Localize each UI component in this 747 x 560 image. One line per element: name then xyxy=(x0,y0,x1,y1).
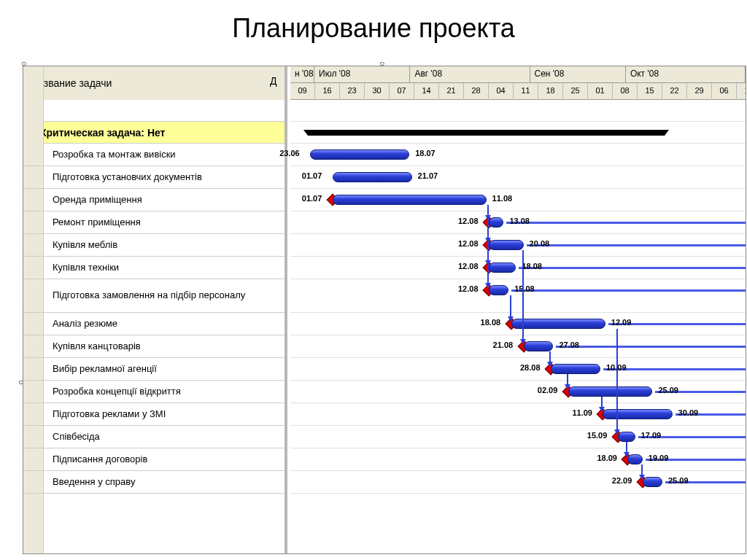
dependency-link xyxy=(522,250,524,340)
day-cell: 29 xyxy=(687,83,712,100)
task-name-label: Купівля меблів xyxy=(53,240,117,251)
task-end-label: 12.09 xyxy=(611,318,632,327)
dependency-link xyxy=(487,205,489,284)
task-bar[interactable] xyxy=(333,172,412,182)
task-row[interactable]: Розробка концепції відкриття xyxy=(23,381,285,403)
task-bar[interactable] xyxy=(627,454,642,464)
task-row[interactable]: Підготовка установчих документів xyxy=(23,166,285,189)
task-start-label: 23.06 xyxy=(279,149,300,158)
dependency-link xyxy=(510,295,511,317)
month-cell: Окт '08 xyxy=(626,66,746,82)
task-end-label: 18.07 xyxy=(415,149,436,158)
task-bar[interactable] xyxy=(489,217,503,228)
task-row[interactable]: Оренда приміщення xyxy=(23,189,285,211)
task-row[interactable]: Аналіз резюме xyxy=(23,313,285,335)
task-row[interactable]: Купівля меблів xyxy=(23,234,285,257)
task-row[interactable]: Співбесіда xyxy=(23,426,285,448)
task-bar[interactable] xyxy=(489,240,524,250)
day-cell: 22 xyxy=(662,83,687,100)
task-row[interactable]: Підписання договорів xyxy=(23,448,285,471)
gantt-chart-panel[interactable]: н '08Июл '08Авг '08Сен '08Окт '08 091623… xyxy=(290,66,746,553)
dependency-link xyxy=(567,374,568,385)
group-row-noncritical[interactable]: − Критическая задача: Нет xyxy=(23,122,285,144)
task-start-label: 22.09 xyxy=(612,476,632,485)
task-end-label: 30.09 xyxy=(678,408,699,417)
row-gutter xyxy=(23,313,44,335)
task-bar[interactable] xyxy=(551,364,600,374)
task-row[interactable]: Розробка та монтаж вивіски xyxy=(23,144,285,166)
task-name-label: Розробка концепції відкриття xyxy=(53,386,181,397)
task-row[interactable]: Підготовка замовлення на підбір персонал… xyxy=(23,279,285,313)
month-cell: Июл '08 xyxy=(314,66,410,82)
gantt-row: 12.0818.08 xyxy=(290,257,746,279)
task-bar[interactable] xyxy=(489,285,508,295)
gantt-row: 02.0925.09 xyxy=(290,381,746,403)
task-end-label: 25.09 xyxy=(658,386,678,394)
task-name-label: Підготовка замовлення на підбір персонал… xyxy=(53,290,245,301)
arrow-down-icon xyxy=(485,283,491,288)
day-cell: 30 xyxy=(365,83,390,100)
arrow-down-icon xyxy=(599,407,605,412)
arrow-down-icon xyxy=(624,452,630,457)
tracking-line xyxy=(506,222,746,224)
day-cell: 21 xyxy=(439,83,464,100)
task-start-label: 21.08 xyxy=(493,341,514,349)
task-row[interactable]: Введення у справу xyxy=(23,471,285,494)
gantt-row: 21.0827.08 xyxy=(290,335,746,358)
day-cell: 11 xyxy=(514,83,538,100)
month-cell: Авг '08 xyxy=(410,66,530,82)
day-cell: 08 xyxy=(613,83,638,100)
task-start-label: 12.08 xyxy=(458,284,479,293)
duration-header-label: Д xyxy=(270,75,280,87)
row-gutter xyxy=(23,335,44,357)
task-end-label: 25.09 xyxy=(668,476,689,485)
day-row: 0916233007142128041118250108152229061320… xyxy=(290,83,746,100)
row-gutter xyxy=(23,211,44,233)
gantt-body[interactable]: 23.0618.0701.0721.0701.0711.0812.0813.08… xyxy=(290,100,746,553)
msproject-window[interactable]: Название задачи Д − Критическая задача: … xyxy=(23,66,746,554)
day-cell: 23 xyxy=(340,83,365,100)
dependency-link xyxy=(641,464,643,475)
task-bar[interactable] xyxy=(618,432,635,442)
gantt-row: 11.0930.09 xyxy=(290,403,746,426)
arrow-down-icon xyxy=(565,384,570,389)
task-end-label: 13.08 xyxy=(509,217,530,225)
empty-row xyxy=(23,100,285,122)
task-start-label: 18.08 xyxy=(481,318,501,327)
task-row[interactable]: Купівля техніки xyxy=(23,257,285,279)
column-header-task-name[interactable]: Название задачи Д xyxy=(23,66,285,100)
task-bar[interactable] xyxy=(310,149,409,160)
day-cell: 13 xyxy=(737,83,746,100)
task-end-label: 18.08 xyxy=(522,262,542,271)
dependency-link xyxy=(616,329,618,430)
summary-bar[interactable] xyxy=(308,130,665,136)
day-cell: 04 xyxy=(489,83,514,100)
task-bar[interactable] xyxy=(511,319,605,329)
day-cell: 09 xyxy=(290,83,315,100)
row-gutter xyxy=(23,403,44,425)
task-bar[interactable] xyxy=(489,262,516,273)
row-gutter xyxy=(23,257,44,279)
task-bar[interactable] xyxy=(524,341,554,351)
task-row[interactable]: Підготовка реклами у ЗМІ xyxy=(23,403,285,426)
task-row[interactable]: Вибір рекламної агенції xyxy=(23,358,285,381)
gantt-spacer-row xyxy=(290,100,746,122)
gantt-row: 15.0917.09 xyxy=(290,426,746,448)
task-bar[interactable] xyxy=(643,477,662,487)
gantt-row: 22.0925.09 xyxy=(290,471,746,494)
gantt-row: 23.0618.07 xyxy=(290,144,746,166)
day-cell: 18 xyxy=(538,83,563,100)
task-bar[interactable] xyxy=(333,195,487,205)
dependency-link xyxy=(601,397,603,408)
task-start-label: 01.07 xyxy=(302,194,322,203)
gantt-row: 01.0721.07 xyxy=(290,166,746,189)
gantt-summary-row xyxy=(290,122,746,144)
task-bar[interactable] xyxy=(568,386,653,397)
tracking-line xyxy=(511,289,746,292)
task-row[interactable]: Ремонт приміщення xyxy=(23,211,285,234)
gantt-row: 28.0810.09 xyxy=(290,358,746,381)
task-end-label: 15.08 xyxy=(514,284,535,293)
task-bar[interactable] xyxy=(603,409,672,419)
day-cell: 14 xyxy=(414,83,439,100)
task-row[interactable]: Купівля канцтоварів xyxy=(23,335,285,358)
